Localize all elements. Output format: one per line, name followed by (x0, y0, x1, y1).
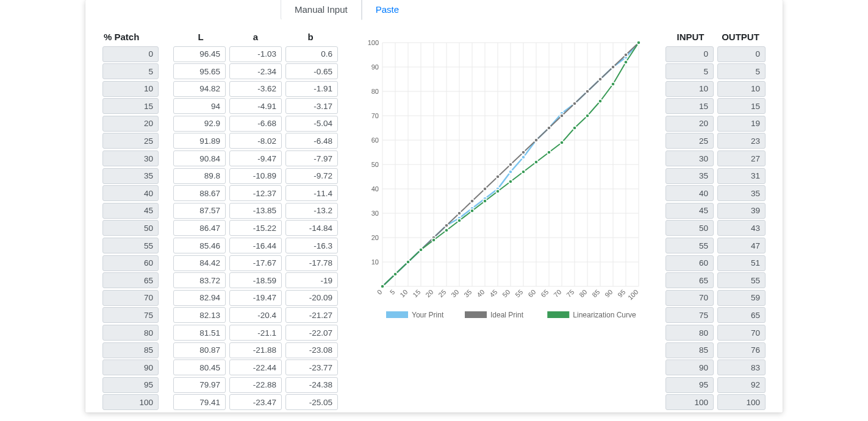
lab-b-input[interactable]: -22.07 (285, 325, 338, 341)
svg-point-95 (522, 150, 525, 154)
lab-b-input[interactable]: -16.3 (285, 238, 338, 253)
lab-a-input[interactable]: -23.47 (229, 394, 282, 410)
lab-l-input[interactable]: 79.97 (173, 377, 226, 393)
io-out-value: 43 (717, 220, 766, 236)
lab-l-input[interactable]: 96.45 (173, 46, 226, 62)
lab-l-input[interactable]: 91.89 (173, 133, 226, 149)
lab-b-input[interactable]: -20.09 (285, 290, 338, 306)
lab-b-input[interactable]: -3.17 (285, 98, 338, 114)
table-row: 45 (102, 202, 159, 219)
lab-b-input[interactable]: -5.04 (285, 116, 338, 132)
lab-b-input[interactable]: -0.65 (285, 63, 338, 79)
svg-point-100 (586, 90, 589, 93)
lab-l-input[interactable]: 80.45 (173, 359, 226, 375)
lab-l-input[interactable]: 90.84 (173, 150, 226, 166)
lab-l-input[interactable]: 89.8 (173, 168, 226, 184)
lab-l-input[interactable]: 82.13 (173, 307, 226, 323)
header-input: INPUT (665, 32, 716, 42)
lab-a-input[interactable]: -17.67 (229, 255, 282, 271)
lab-a-input[interactable]: -6.68 (229, 116, 282, 132)
svg-text:80: 80 (578, 288, 588, 299)
svg-rect-128 (547, 311, 569, 318)
table-row: 83.72-18.59-19 (173, 272, 338, 289)
io-out-value: 39 (717, 203, 766, 219)
lab-b-input[interactable]: -23.77 (285, 359, 338, 375)
lab-a-input[interactable]: -4.91 (229, 98, 282, 114)
svg-point-119 (560, 141, 564, 144)
lab-a-input[interactable]: -21.88 (229, 342, 282, 358)
lab-l-input[interactable]: 87.57 (173, 203, 226, 219)
lab-b-input[interactable]: -13.2 (285, 203, 338, 219)
lab-b-input[interactable]: -17.78 (285, 255, 338, 271)
lab-a-input[interactable]: -10.89 (229, 168, 282, 184)
input-mode-tabs: Manual Input Paste (281, 0, 413, 20)
lab-a-input[interactable]: -2.34 (229, 63, 282, 79)
lab-b-input[interactable]: -24.38 (285, 377, 338, 393)
lab-l-input[interactable]: 95.65 (173, 63, 226, 79)
table-row: 94.82-3.62-1.91 (173, 80, 338, 97)
lab-b-input[interactable]: -21.27 (285, 307, 338, 323)
patch-value: 90 (102, 359, 159, 375)
lab-a-input[interactable]: -22.44 (229, 359, 282, 375)
lab-l-input[interactable]: 88.67 (173, 185, 226, 201)
table-row: 5547 (665, 238, 766, 254)
lab-l-input[interactable]: 81.51 (173, 325, 226, 341)
lab-a-input[interactable]: -22.88 (229, 377, 282, 393)
lab-l-input[interactable]: 92.9 (173, 116, 226, 132)
lab-a-input[interactable]: -18.59 (229, 272, 282, 288)
svg-point-74 (522, 155, 525, 159)
lab-b-input[interactable]: -23.08 (285, 342, 338, 358)
svg-point-97 (547, 126, 551, 130)
lab-b-input[interactable]: -25.05 (285, 394, 338, 410)
io-in-value: 30 (665, 150, 714, 166)
lab-b-input[interactable]: -1.91 (285, 81, 338, 97)
lab-a-input[interactable]: -19.47 (229, 290, 282, 306)
lab-a-input[interactable]: -8.02 (229, 133, 282, 149)
lab-a-input[interactable]: -13.85 (229, 203, 282, 219)
svg-point-109 (432, 238, 436, 242)
lab-l-input[interactable]: 80.87 (173, 342, 226, 358)
lab-l-input[interactable]: 83.72 (173, 272, 226, 288)
io-in-value: 15 (665, 98, 714, 114)
io-in-value: 90 (665, 359, 714, 375)
lab-a-input[interactable]: -20.4 (229, 307, 282, 323)
svg-point-118 (547, 150, 551, 154)
tab-manual-input[interactable]: Manual Input (281, 0, 362, 20)
lab-a-input[interactable]: -12.37 (229, 185, 282, 201)
lab-l-input[interactable]: 82.94 (173, 290, 226, 306)
lab-l-input[interactable]: 86.47 (173, 220, 226, 236)
lab-a-input[interactable]: -3.62 (229, 81, 282, 97)
lab-l-input[interactable]: 84.42 (173, 255, 226, 271)
svg-point-89 (445, 224, 448, 227)
lab-b-input[interactable]: -11.4 (285, 185, 338, 201)
tab-paste[interactable]: Paste (362, 0, 413, 20)
lab-a-input[interactable]: -15.22 (229, 220, 282, 236)
svg-point-99 (573, 102, 576, 105)
lab-b-input[interactable]: -19 (285, 272, 338, 288)
lab-l-input[interactable]: 94 (173, 98, 226, 114)
lab-a-input[interactable]: -9.47 (229, 150, 282, 166)
svg-point-73 (509, 170, 512, 174)
lab-b-input[interactable]: -9.72 (285, 168, 338, 184)
lab-a-input[interactable]: -1.03 (229, 46, 282, 62)
patch-value: 15 (102, 98, 159, 114)
lab-b-input[interactable]: -14.84 (285, 220, 338, 236)
lab-b-input[interactable]: -7.97 (285, 150, 338, 166)
lab-l-input[interactable]: 85.46 (173, 238, 226, 253)
table-row: 7059 (665, 289, 766, 306)
io-column: INPUT OUTPUT 005510101515201925233027353… (665, 32, 766, 403)
io-out-value: 15 (717, 98, 766, 114)
io-in-value: 20 (665, 116, 714, 132)
svg-text:20: 20 (424, 288, 434, 299)
io-out-value: 100 (717, 394, 766, 410)
lab-b-input[interactable]: -6.48 (285, 133, 338, 149)
io-in-value: 40 (665, 185, 714, 201)
table-row: 9083 (665, 359, 766, 376)
lab-l-input[interactable]: 94.82 (173, 81, 226, 97)
table-row: 87.57-13.85-13.2 (173, 202, 338, 219)
lab-b-input[interactable]: 0.6 (285, 46, 338, 62)
lab-l-input[interactable]: 79.41 (173, 394, 226, 410)
lab-a-input[interactable]: -16.44 (229, 238, 282, 253)
lab-a-input[interactable]: -21.1 (229, 325, 282, 341)
linearization-chart: 1020304050607080901000510152025303540455… (362, 37, 642, 329)
